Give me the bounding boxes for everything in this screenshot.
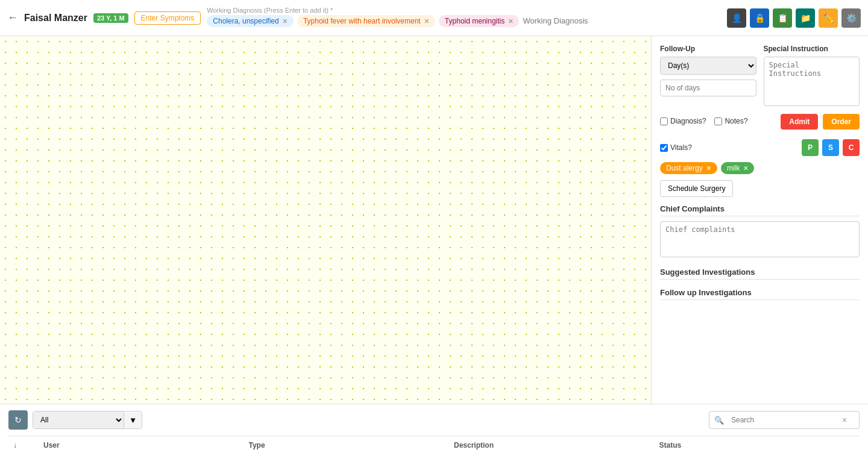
table-header: ↓ User Type Description Status (8, 436, 860, 454)
enter-symptoms-button[interactable]: Enter Symptoms (134, 11, 201, 25)
remove-diagnosis-cholera[interactable]: × (283, 17, 288, 25)
working-diagnosis-hint: Working Diagnosis (Press Enter to add it… (207, 7, 333, 14)
chief-complaints-textarea[interactable] (660, 221, 860, 257)
patient-name: Faisal Manzer (24, 13, 87, 23)
diagnosis-checkbox-label[interactable]: Diagnosis? (660, 117, 706, 125)
lock-icon-button[interactable]: 🔒 (750, 8, 769, 28)
filter-select-wrap: All ▼ (33, 411, 142, 429)
search-icon: 🔍 (709, 412, 729, 428)
follow-up-investigations-title: Follow up Investigations (660, 288, 860, 300)
special-instruction-section: Special Instruction (764, 45, 860, 108)
remove-diagnosis-typhoid-meningitis[interactable]: × (508, 17, 513, 25)
chief-complaints-title: Chief Complaints (660, 204, 860, 216)
admit-button[interactable]: Admit (781, 114, 818, 130)
order-button[interactable]: Order (823, 114, 860, 130)
remove-allergy-dust[interactable]: × (706, 164, 711, 172)
special-instruction-label: Special Instruction (764, 45, 860, 53)
search-input[interactable] (729, 412, 837, 428)
follow-up-label: Follow-Up (660, 45, 756, 53)
bottom-controls: ↻ All ▼ 🔍 × (8, 410, 860, 430)
follow-up-investigations-section: Follow up Investigations (660, 288, 860, 300)
filter-dropdown-button[interactable]: ▼ (124, 412, 142, 428)
status-column-label: Status (659, 441, 682, 449)
allergy-tags-row: Dust alergy × milk × (660, 162, 860, 174)
back-button[interactable]: ← (7, 11, 18, 24)
schedule-surgery-button[interactable]: Schedule Surgery (660, 180, 733, 197)
folder-icon-button[interactable]: 📁 (796, 8, 815, 28)
vitals-checkbox[interactable] (660, 144, 668, 152)
diagnosis-tag-typhoid-heart: Typhoid fever with heart involvement × (297, 15, 435, 27)
vitals-checkbox-label[interactable]: Vitals? (660, 143, 692, 152)
allergy-tag-milk: milk × (721, 162, 755, 174)
checkboxes-row: Diagnosis? Notes? (660, 117, 747, 125)
clipboard-icon-button[interactable]: 📋 (773, 8, 792, 28)
diagnosis-input-area: Working Diagnosis (Press Enter to add it… (207, 15, 721, 27)
diagnosis-checkbox[interactable] (660, 117, 668, 125)
type-column-label: Type (249, 441, 265, 449)
user-column-label: User (43, 441, 60, 449)
table-header-type[interactable]: Type (244, 441, 450, 449)
diagnosis-checkbox-text: Diagnosis? (670, 117, 706, 125)
content-area (0, 36, 651, 404)
refresh-button[interactable]: ↻ (8, 410, 28, 430)
edit-icon-button[interactable]: ✏️ (819, 8, 838, 28)
action-buttons-row: Admit Order (781, 114, 860, 130)
notes-checkbox[interactable] (714, 117, 722, 125)
notes-checkbox-text: Notes? (725, 117, 747, 125)
settings-icon-button[interactable]: ⚙️ (841, 8, 861, 28)
search-bar-wrap: 🔍 × (709, 411, 860, 429)
suggested-investigations-title: Suggested Investigations (660, 268, 860, 280)
sort-icon: ↓ (13, 441, 17, 449)
diagnosis-tag-label: Typhoid meningitis (445, 17, 505, 25)
notes-checkbox-label[interactable]: Notes? (714, 117, 747, 125)
table-header-description[interactable]: Description (449, 441, 655, 449)
s-button[interactable]: S (822, 139, 839, 156)
suggested-investigations-section: Suggested Investigations (660, 268, 860, 280)
patient-age-badge: 23 Y, 1 M (93, 13, 128, 23)
remove-diagnosis-typhoid-heart[interactable]: × (424, 17, 429, 25)
follow-up-days-input[interactable] (660, 80, 756, 96)
psc-buttons: P S C (802, 139, 860, 156)
allergy-tag-label: milk (727, 164, 740, 172)
special-instructions-textarea[interactable] (764, 57, 860, 106)
search-clear-button[interactable]: × (837, 412, 852, 428)
table-header-user[interactable]: User (39, 441, 244, 449)
diagnosis-tag-cholera: Cholera, unspecified × (207, 15, 294, 27)
bottom-bar: ↻ All ▼ 🔍 × ↓ User Ty (0, 404, 868, 476)
working-diagnosis-input[interactable] (523, 16, 624, 25)
table-header-sort[interactable]: ↓ (8, 441, 39, 449)
user-icon-button[interactable]: 👤 (727, 8, 746, 28)
diagnosis-tag-typhoid-meningitis: Typhoid meningitis × (439, 15, 520, 27)
top-bar: ← Faisal Manzer 23 Y, 1 M Enter Symptoms… (0, 0, 868, 36)
top-icons: 👤 🔒 📋 📁 ✏️ ⚙️ (727, 8, 861, 28)
filter-select[interactable]: All (33, 412, 124, 428)
c-button[interactable]: C (843, 139, 860, 156)
table-header-status[interactable]: Status (655, 441, 860, 449)
follow-up-select[interactable]: Day(s) Week(s) Month(s) (660, 57, 756, 75)
vitals-checkbox-text: Vitals? (670, 143, 692, 152)
remove-allergy-milk[interactable]: × (743, 164, 748, 172)
main-layout: Follow-Up Day(s) Week(s) Month(s) Specia… (0, 36, 868, 404)
diagnosis-tag-label: Typhoid fever with heart involvement (303, 17, 421, 25)
diagnosis-tag-label: Cholera, unspecified (213, 17, 278, 25)
p-button[interactable]: P (802, 139, 819, 156)
allergy-tag-label: Dust alergy (666, 164, 703, 172)
follow-up-special-row: Follow-Up Day(s) Week(s) Month(s) Specia… (660, 45, 860, 108)
right-panel: Follow-Up Day(s) Week(s) Month(s) Specia… (651, 36, 868, 404)
allergy-tag-dust: Dust alergy × (660, 162, 717, 174)
description-column-label: Description (454, 441, 494, 449)
follow-up-section: Follow-Up Day(s) Week(s) Month(s) (660, 45, 756, 108)
